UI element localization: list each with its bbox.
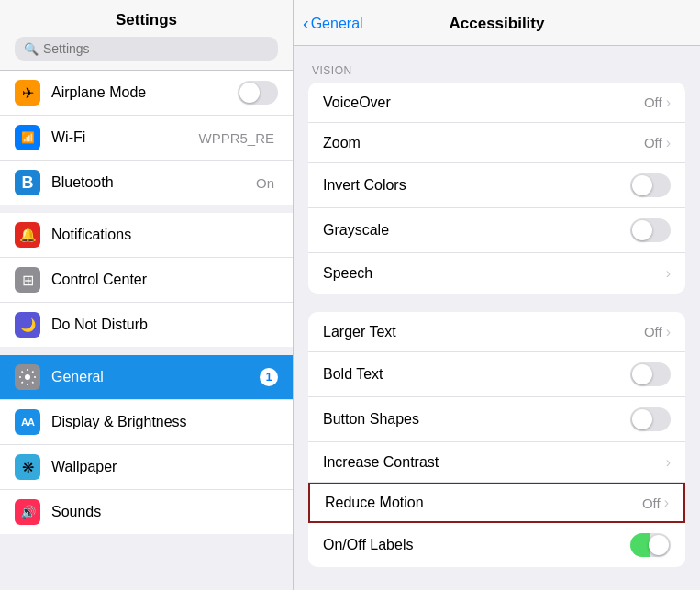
settings-group-general: General 1 AA Display & Brightness ❋ Wall…	[0, 355, 293, 534]
back-chevron-icon: ‹	[303, 14, 309, 32]
bold-text-toggle[interactable]	[630, 362, 671, 386]
right-panel: ‹ General Accessibility VISION VoiceOver…	[294, 0, 700, 590]
wallpaper-icon: ❋	[15, 454, 40, 480]
right-header: ‹ General Accessibility	[294, 0, 700, 46]
grayscale-label: Grayscale	[323, 222, 630, 239]
right-title: Accessibility	[450, 15, 545, 33]
search-input[interactable]	[43, 41, 269, 56]
sidebar-item-label: Wi-Fi	[51, 129, 198, 146]
reduce-motion-label: Reduce Motion	[325, 495, 642, 511]
left-header: Settings 🔍	[0, 0, 293, 71]
sidebar-item-label: Bluetooth	[51, 174, 256, 191]
speech-chevron-icon: ›	[666, 265, 671, 282]
bluetooth-value: On	[256, 175, 274, 191]
general-badge: 1	[260, 368, 278, 386]
sounds-icon: 🔊	[15, 499, 40, 525]
right-content: VISION VoiceOver Off › Zoom Off › Invert…	[294, 46, 700, 590]
sidebar-item-do-not-disturb[interactable]: 🌙 Do Not Disturb	[0, 303, 293, 347]
larger-text-label: Larger Text	[323, 324, 644, 340]
left-panel: Settings 🔍 ✈ Airplane Mode 📶 Wi-Fi WPPR5…	[0, 0, 294, 590]
bold-text-label: Bold Text	[323, 366, 630, 383]
invert-colors-toggle[interactable]	[630, 173, 671, 197]
grayscale-row[interactable]: Grayscale	[308, 208, 685, 253]
zoom-label: Zoom	[323, 135, 644, 151]
bold-text-row[interactable]: Bold Text	[308, 352, 685, 397]
sidebar-item-label: Wallpaper	[51, 459, 278, 475]
zoom-row[interactable]: Zoom Off ›	[308, 123, 685, 163]
left-title: Settings	[15, 11, 278, 29]
zoom-value: Off	[644, 135, 662, 150]
display-icon: AA	[15, 409, 40, 435]
sidebar-item-wallpaper[interactable]: ❋ Wallpaper	[0, 445, 293, 490]
speech-label: Speech	[323, 265, 666, 282]
button-shapes-row[interactable]: Button Shapes	[308, 397, 685, 442]
increase-contrast-row[interactable]: Increase Contrast ›	[308, 442, 685, 483]
voiceover-row[interactable]: VoiceOver Off ›	[308, 83, 685, 123]
notifications-icon: 🔔	[15, 222, 40, 248]
sidebar-item-control-center[interactable]: ⊞ Control Center	[0, 258, 293, 303]
sidebar-item-label: Do Not Disturb	[51, 317, 278, 333]
back-button[interactable]: ‹ General	[303, 15, 363, 32]
reduce-motion-row[interactable]: Reduce Motion Off ›	[308, 483, 685, 523]
airplane-toggle[interactable]	[238, 81, 278, 105]
sidebar-item-sounds[interactable]: 🔊 Sounds	[0, 490, 293, 534]
section-header-vision: VISION	[308, 64, 685, 83]
accessibility-options-card: Larger Text Off › Bold Text Button Shape…	[308, 312, 685, 567]
bluetooth-icon: B	[15, 170, 40, 195]
sidebar-item-label: Control Center	[51, 272, 278, 288]
increase-contrast-label: Increase Contrast	[323, 454, 666, 471]
search-icon: 🔍	[24, 42, 39, 56]
wifi-icon: 📶	[15, 125, 40, 150]
speech-row[interactable]: Speech ›	[308, 253, 685, 294]
reduce-motion-value: Off	[642, 495, 661, 511]
sidebar-item-wifi[interactable]: 📶 Wi-Fi WPPR5_RE	[0, 116, 293, 161]
do-not-disturb-icon: 🌙	[15, 312, 40, 338]
zoom-chevron-icon: ›	[666, 135, 671, 151]
vision-card: VoiceOver Off › Zoom Off › Invert Colors…	[308, 83, 685, 294]
onoff-labels-toggle[interactable]	[630, 533, 671, 557]
sidebar-item-display[interactable]: AA Display & Brightness	[0, 400, 293, 445]
voiceover-value: Off	[644, 95, 662, 110]
airplane-icon: ✈	[15, 80, 40, 106]
reduce-motion-chevron-icon: ›	[664, 495, 669, 511]
voiceover-chevron-icon: ›	[666, 95, 671, 111]
general-icon	[15, 364, 40, 390]
onoff-labels-row[interactable]: On/Off Labels	[308, 523, 685, 567]
svg-point-0	[25, 374, 30, 380]
sidebar-item-label: Display & Brightness	[51, 414, 278, 430]
search-bar[interactable]: 🔍	[15, 37, 278, 61]
sidebar-item-bluetooth[interactable]: B Bluetooth On	[0, 161, 293, 205]
invert-colors-label: Invert Colors	[323, 177, 630, 194]
larger-text-row[interactable]: Larger Text Off ›	[308, 312, 685, 352]
settings-list: ✈ Airplane Mode 📶 Wi-Fi WPPR5_RE B Bluet…	[0, 71, 293, 590]
sidebar-item-general[interactable]: General 1	[0, 355, 293, 400]
sidebar-item-label: Sounds	[51, 504, 278, 520]
larger-text-chevron-icon: ›	[666, 324, 671, 340]
onoff-labels-label: On/Off Labels	[323, 537, 630, 553]
settings-group-connectivity: ✈ Airplane Mode 📶 Wi-Fi WPPR5_RE B Bluet…	[0, 71, 293, 205]
sidebar-item-airplane[interactable]: ✈ Airplane Mode	[0, 71, 293, 116]
increase-contrast-chevron-icon: ›	[666, 454, 671, 471]
button-shapes-label: Button Shapes	[323, 411, 630, 428]
button-shapes-toggle[interactable]	[630, 407, 671, 431]
sidebar-item-notifications[interactable]: 🔔 Notifications	[0, 213, 293, 258]
invert-colors-row[interactable]: Invert Colors	[308, 163, 685, 208]
settings-group-notifications: 🔔 Notifications ⊞ Control Center 🌙 Do No…	[0, 213, 293, 347]
control-center-icon: ⊞	[15, 267, 40, 293]
grayscale-toggle[interactable]	[630, 218, 671, 242]
sidebar-item-label: Notifications	[51, 227, 278, 243]
back-label: General	[311, 16, 363, 32]
wifi-value: WPPR5_RE	[198, 130, 274, 146]
voiceover-label: VoiceOver	[323, 95, 644, 111]
larger-text-value: Off	[644, 324, 662, 340]
sidebar-item-label: General	[51, 369, 260, 385]
sidebar-item-label: Airplane Mode	[51, 84, 238, 101]
